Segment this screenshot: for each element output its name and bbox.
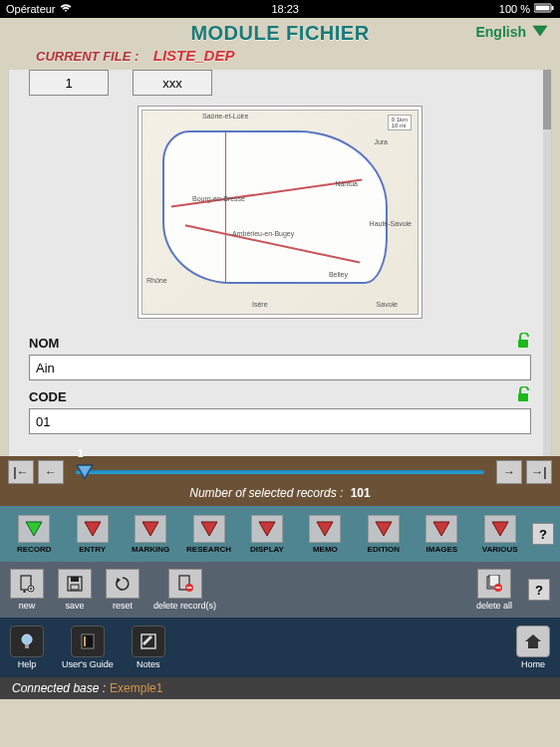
prev-record-button[interactable]: ← (38, 460, 64, 484)
book-icon (71, 625, 105, 657)
home-icon (516, 625, 550, 657)
svg-rect-31 (25, 644, 29, 648)
map-label: Savoie (377, 301, 398, 308)
svg-marker-9 (85, 522, 101, 536)
tab-display[interactable]: DISPLAY (239, 515, 295, 554)
triangle-down-icon (251, 515, 283, 543)
reset-button[interactable]: reset (106, 569, 140, 611)
connected-base-value: Exemple1 (110, 681, 162, 695)
tab-edition[interactable]: EDITION (356, 515, 412, 554)
svg-rect-21 (71, 585, 79, 590)
language-selector[interactable]: English (475, 24, 548, 40)
svg-rect-1 (535, 6, 549, 11)
chevron-down-icon (532, 24, 548, 40)
svg-marker-10 (142, 522, 158, 536)
slider-position-label: 1 (78, 448, 84, 459)
reset-icon (106, 569, 140, 599)
map-scale: 0 1km10 mi (388, 115, 412, 130)
tabs-help-button[interactable]: ? (532, 523, 554, 545)
connected-base-line: Connected base : Exemple1 (0, 677, 560, 699)
tabs-toolbar: RECORD ENTRY MARKING RESEARCH DISPLAY ME… (0, 506, 560, 562)
code-label: CODE (29, 389, 67, 404)
delete-icon (168, 569, 202, 599)
clock-label: 18:23 (271, 3, 299, 15)
tab-record[interactable]: RECORD (6, 515, 62, 554)
nom-input[interactable] (29, 355, 531, 380)
help-button[interactable]: Help (10, 625, 44, 669)
unlock-icon[interactable] (517, 333, 531, 353)
slider-thumb-icon[interactable] (76, 464, 94, 484)
last-record-button[interactable]: →| (526, 460, 552, 484)
record-slider[interactable]: 1 (68, 460, 492, 484)
battery-pct-label: 100 % (499, 3, 530, 15)
next-record-button[interactable]: → (496, 460, 522, 484)
records-count-line: Number of selected records : 101 (189, 486, 370, 500)
map-image[interactable]: 0 1km10 mi Saône-et-Loire Jura Bourg-en-… (138, 106, 422, 319)
svg-point-30 (22, 634, 32, 644)
notes-button[interactable]: Notes (132, 625, 165, 669)
current-file-label: CURRENT FILE : (36, 49, 139, 64)
map-label: Saône-et-Loire (202, 113, 248, 120)
nom-label: NOM (29, 336, 59, 351)
home-button[interactable]: Home (516, 625, 550, 669)
svg-marker-13 (317, 522, 333, 536)
tab-research[interactable]: RESEARCH (180, 515, 236, 554)
svg-rect-4 (518, 340, 528, 348)
delete-records-button[interactable]: delete record(s) (153, 569, 216, 611)
map-label: Jura (374, 138, 388, 145)
triangle-down-icon (425, 515, 457, 543)
svg-rect-25 (186, 587, 191, 588)
scrollbar-thumb[interactable] (543, 70, 551, 129)
map-label: Belley (329, 271, 348, 278)
language-label: English (475, 24, 526, 40)
svg-marker-8 (26, 522, 42, 536)
triangle-down-icon (368, 515, 400, 543)
save-button[interactable]: save (58, 569, 92, 611)
bulb-icon (10, 625, 44, 657)
scrollbar-track[interactable] (543, 70, 551, 456)
code-input[interactable] (29, 408, 531, 434)
tab-entry[interactable]: ENTRY (64, 515, 120, 554)
current-file-line: CURRENT FILE : LISTE_DEP (0, 47, 560, 70)
svg-rect-32 (82, 634, 94, 648)
svg-marker-3 (533, 26, 547, 36)
tab-images[interactable]: IMAGES (414, 515, 469, 554)
triangle-down-icon (135, 515, 166, 543)
triangle-down-icon (309, 515, 341, 543)
map-label: Rhône (146, 277, 167, 284)
triangle-down-icon (484, 515, 516, 543)
unlock-icon[interactable] (517, 386, 531, 406)
records-count-value: 101 (351, 486, 371, 500)
footer-toolbar: Help User's Guide Notes Home (0, 618, 560, 677)
status-bar: Opérateur 18:23 100 % (0, 0, 560, 18)
tab-marking[interactable]: MARKING (123, 515, 178, 554)
edit-icon (132, 625, 165, 657)
first-record-button[interactable]: |← (8, 460, 34, 484)
svg-marker-35 (525, 634, 541, 648)
actions-help-button[interactable]: ? (528, 579, 550, 601)
current-file-value: LISTE_DEP (153, 47, 235, 64)
tab-memo[interactable]: MEMO (297, 515, 353, 554)
carrier-label: Opérateur (6, 3, 56, 15)
box-1[interactable]: 1 (29, 70, 109, 96)
app-header: MODULE FICHIER English (0, 18, 560, 47)
svg-marker-11 (201, 522, 217, 536)
map-label: Isère (252, 301, 268, 308)
svg-rect-5 (518, 393, 528, 401)
svg-marker-12 (259, 522, 275, 536)
delete-all-button[interactable]: delete all (476, 569, 512, 611)
battery-icon (534, 3, 554, 15)
svg-rect-2 (551, 6, 553, 10)
box-2[interactable]: xxx (133, 70, 212, 96)
svg-marker-15 (433, 522, 449, 536)
svg-rect-33 (84, 636, 86, 646)
users-guide-button[interactable]: User's Guide (62, 625, 114, 669)
connected-base-label: Connected base : (12, 681, 106, 695)
main-content: 1 xxx 0 1km10 mi Saône-et-Loire Jura Bou… (8, 70, 552, 456)
delete-all-icon (477, 569, 511, 599)
triangle-down-icon (77, 515, 109, 543)
map-label: Bourg-en-Bresse (192, 195, 245, 202)
tab-various[interactable]: VARIOUS (472, 515, 528, 554)
svg-rect-29 (495, 587, 500, 588)
new-button[interactable]: new (10, 569, 44, 611)
